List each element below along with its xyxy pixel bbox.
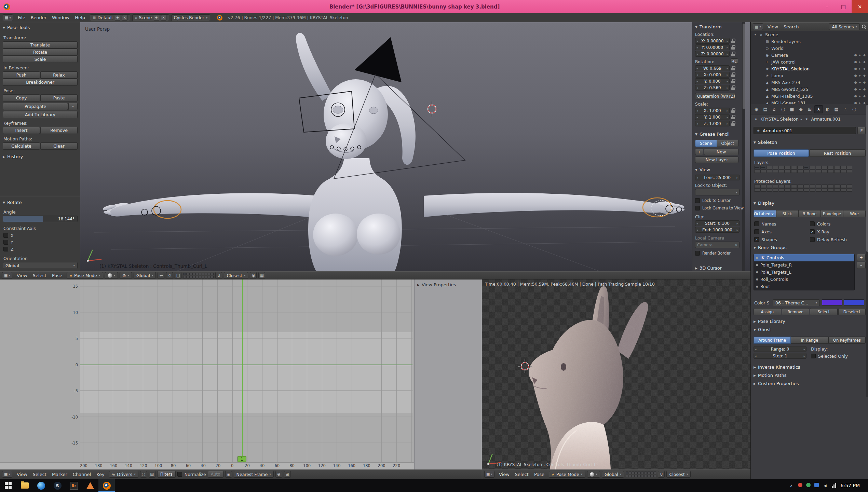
taskbar-app[interactable]	[16, 479, 33, 492]
taskbar-app[interactable]	[98, 479, 115, 492]
select-icon[interactable]: ▸	[859, 53, 861, 57]
menu-item[interactable]: View	[14, 273, 30, 278]
outliner-item[interactable]: ☀ Lamp ● ▸ ◆	[751, 72, 868, 79]
lock-icon[interactable]	[731, 114, 735, 120]
display-toggle[interactable]: X-Ray	[810, 229, 866, 234]
display-toggle[interactable]: Shapes	[754, 237, 810, 242]
layer-toggle[interactable]	[846, 184, 852, 188]
pose-position-button[interactable]: Pose Position	[754, 149, 809, 157]
outliner-item[interactable]: ▲ MGH-Halberd_1385 ● ▸ ◆	[751, 93, 868, 99]
filters-button[interactable]: Filters	[157, 471, 176, 478]
snap-target-dropdown[interactable]: Closest▾	[666, 471, 691, 478]
breadcrumb-data[interactable]: Armature.001	[811, 117, 841, 122]
render-border-checkbox[interactable]: Render Border	[695, 250, 731, 256]
ghost-mode-button[interactable]: In Range	[791, 337, 828, 344]
layer-toggle[interactable]	[205, 276, 207, 278]
panel-divider[interactable]	[0, 196, 80, 196]
driver-curve[interactable]	[80, 365, 412, 365]
layer-toggle[interactable]	[211, 276, 214, 278]
breadcrumb-object[interactable]: KRYSTAL Skeleton	[760, 117, 799, 122]
bone-group-item[interactable]: ●Root	[754, 283, 854, 290]
graph-grid[interactable]	[80, 279, 412, 462]
location-y-field[interactable]: Y: 0.00000	[695, 44, 730, 50]
material-icon[interactable]: ◐	[823, 105, 832, 113]
layer-toggle[interactable]	[822, 184, 828, 188]
layer-toggle[interactable]	[760, 169, 766, 173]
outliner-item[interactable]: ★ KRYSTAL Skeleton ● ▸ ◆	[751, 65, 868, 72]
bone-group-item[interactable]: ●Pole_Targets_R	[754, 261, 854, 269]
axis-z-checkbox[interactable]: Z	[3, 246, 14, 252]
copy-keyframes-icon[interactable]: ▣	[225, 471, 232, 478]
auto-normalize-button[interactable]: Auto	[208, 471, 223, 478]
layer-toggle[interactable]	[779, 166, 785, 169]
insert-keyframe-button[interactable]: Insert	[3, 127, 40, 134]
layer-toggle[interactable]	[186, 273, 189, 275]
graph-mode-dropdown[interactable]: ∿Drivers▾	[109, 471, 138, 478]
taskbar-clock[interactable]: 6:57 PM	[841, 483, 863, 488]
taskbar-app[interactable]: S	[49, 479, 66, 492]
display-mode-dropdown[interactable]: All Scenes▾	[829, 23, 860, 30]
axis-y-checkbox[interactable]: Y	[3, 240, 13, 245]
particles-icon[interactable]: ∴	[841, 105, 850, 113]
layer-toggle[interactable]	[791, 184, 797, 188]
add-layout-button[interactable]: +	[115, 15, 120, 20]
network-icon[interactable]	[832, 483, 837, 488]
layer-toggle[interactable]	[211, 273, 214, 275]
select-icon[interactable]: ▸	[859, 101, 861, 104]
scale-button[interactable]: Scale	[3, 56, 78, 63]
bone-group-item[interactable]: ●Pole_Targets_L	[754, 269, 854, 276]
editor-type-button[interactable]: ▦▾	[484, 471, 494, 478]
display-mode-button[interactable]: Stick	[776, 210, 799, 217]
render-icon[interactable]: ◉	[752, 105, 761, 113]
select-icon[interactable]: ▸	[859, 94, 861, 98]
clip-end-field[interactable]: End: 1000.000	[695, 227, 740, 233]
pose-library-panel-header[interactable]: ▶Pose Library	[754, 319, 785, 324]
graph-editor[interactable]: 151050-5-10-15 -200-180-160-140-120-100-…	[0, 279, 482, 479]
menu-item[interactable]: Select	[30, 472, 49, 477]
bone-group-action-button[interactable]: Deselect	[838, 308, 866, 315]
bone-groups-panel-header[interactable]: ▼Bone Groups	[754, 245, 787, 250]
lens-field[interactable]: Lens: 35.000	[695, 175, 740, 180]
lock-icon[interactable]	[731, 85, 735, 90]
skeleton-panel-header[interactable]: ▼Skeleton	[754, 140, 777, 145]
layer-toggle[interactable]	[641, 472, 644, 474]
layer-toggle[interactable]	[810, 184, 815, 188]
render-toggle-icon[interactable]: ◆	[863, 74, 866, 77]
layer-toggle[interactable]	[828, 188, 834, 192]
render-toggle-icon[interactable]: ◆	[863, 87, 866, 91]
lock-object-field[interactable]: ▾	[695, 189, 740, 195]
orientation-dropdown[interactable]: Global▾	[134, 272, 156, 279]
collapsed-panel-header[interactable]: ▶Inverse Kinematics	[754, 365, 800, 370]
render-toggle-icon[interactable]: ◆	[863, 60, 866, 64]
layer-toggle[interactable]	[186, 276, 189, 278]
screen-layout-selector[interactable]: ▦ Default + ×	[90, 14, 130, 21]
layer-toggle[interactable]	[650, 475, 653, 477]
collapsed-panel-header[interactable]: ▶Motion Paths	[754, 373, 786, 378]
layer-toggle[interactable]	[647, 475, 650, 477]
layer-toggle[interactable]	[644, 472, 647, 474]
taskbar-app[interactable]: Br	[66, 479, 82, 492]
layer-toggle[interactable]	[773, 169, 778, 173]
lock-icon[interactable]	[731, 51, 735, 56]
layer-toggle[interactable]	[638, 475, 641, 477]
layer-toggle[interactable]	[828, 166, 834, 169]
layer-toggle[interactable]	[760, 166, 766, 169]
collapsed-panel-header[interactable]: ▶Custom Properties	[754, 381, 799, 386]
layer-toggle[interactable]	[834, 166, 840, 169]
ghost-mode-button[interactable]: Around Frame	[754, 337, 791, 344]
layer-toggle[interactable]	[803, 169, 809, 173]
visibility-icon[interactable]: ●	[854, 81, 857, 84]
angle-slider[interactable]: 18.144°	[3, 216, 78, 222]
manipulator-translate-icon[interactable]: ↔	[158, 272, 164, 279]
location-z-field[interactable]: Z: 0.00000	[695, 51, 730, 57]
lock-to-cursor-checkbox[interactable]: Lock to Cursor	[695, 198, 731, 203]
layer-toggle[interactable]	[797, 184, 803, 188]
layer-toggle[interactable]	[635, 472, 638, 474]
menu-item[interactable]: View	[14, 472, 30, 477]
render-engine-selector[interactable]: Cycles Render▾	[171, 14, 211, 21]
editor-type-button[interactable]: ▦▾	[2, 471, 12, 478]
layer-toggle[interactable]	[791, 166, 797, 169]
transform-panel-header[interactable]: ▼Transform	[695, 24, 722, 29]
layer-toggle[interactable]	[199, 276, 201, 278]
layer-toggle[interactable]	[828, 169, 834, 173]
